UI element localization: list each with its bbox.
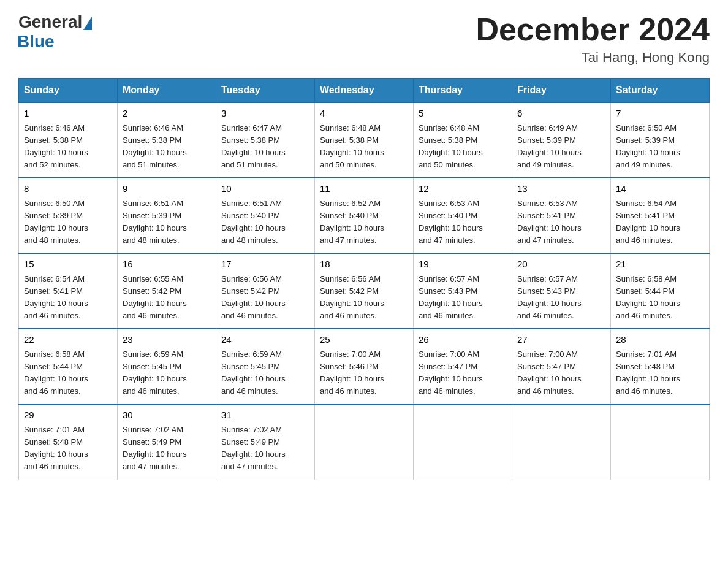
day-number: 11 bbox=[320, 182, 408, 196]
day-info: Sunrise: 6:54 AMSunset: 5:41 PMDaylight:… bbox=[24, 273, 112, 323]
logo-triangle-icon bbox=[83, 17, 92, 30]
table-row: 24Sunrise: 6:59 AMSunset: 5:45 PMDayligh… bbox=[216, 329, 315, 404]
table-row bbox=[315, 404, 414, 480]
table-row: 26Sunrise: 7:00 AMSunset: 5:47 PMDayligh… bbox=[414, 329, 512, 404]
calendar-header-friday: Friday bbox=[512, 79, 611, 103]
table-row bbox=[611, 404, 710, 480]
day-info: Sunrise: 7:02 AMSunset: 5:49 PMDaylight:… bbox=[123, 424, 211, 473]
calendar-week-row: 8Sunrise: 6:50 AMSunset: 5:39 PMDaylight… bbox=[19, 178, 710, 253]
location-title: Tai Hang, Hong Kong bbox=[476, 50, 710, 66]
table-row: 20Sunrise: 6:57 AMSunset: 5:43 PMDayligh… bbox=[512, 253, 611, 329]
day-info: Sunrise: 7:01 AMSunset: 5:48 PMDaylight:… bbox=[616, 348, 704, 398]
day-info: Sunrise: 6:54 AMSunset: 5:41 PMDaylight:… bbox=[616, 197, 704, 247]
day-info: Sunrise: 6:48 AMSunset: 5:38 PMDaylight:… bbox=[419, 122, 507, 172]
day-info: Sunrise: 6:52 AMSunset: 5:40 PMDaylight:… bbox=[320, 197, 408, 247]
day-info: Sunrise: 6:47 AMSunset: 5:38 PMDaylight:… bbox=[221, 122, 309, 172]
day-number: 22 bbox=[24, 333, 112, 347]
table-row: 31Sunrise: 7:02 AMSunset: 5:49 PMDayligh… bbox=[216, 404, 315, 480]
day-number: 20 bbox=[517, 258, 605, 272]
table-row: 16Sunrise: 6:55 AMSunset: 5:42 PMDayligh… bbox=[118, 253, 216, 329]
table-row: 13Sunrise: 6:53 AMSunset: 5:41 PMDayligh… bbox=[512, 178, 611, 253]
table-row: 18Sunrise: 6:56 AMSunset: 5:42 PMDayligh… bbox=[315, 253, 414, 329]
table-row: 1Sunrise: 6:46 AMSunset: 5:38 PMDaylight… bbox=[19, 102, 118, 178]
day-info: Sunrise: 6:56 AMSunset: 5:42 PMDaylight:… bbox=[221, 273, 309, 323]
table-row: 27Sunrise: 7:00 AMSunset: 5:47 PMDayligh… bbox=[512, 329, 611, 404]
calendar-week-row: 29Sunrise: 7:01 AMSunset: 5:48 PMDayligh… bbox=[19, 404, 710, 480]
day-info: Sunrise: 6:48 AMSunset: 5:38 PMDaylight:… bbox=[320, 122, 408, 172]
day-info: Sunrise: 6:59 AMSunset: 5:45 PMDaylight:… bbox=[123, 348, 211, 398]
day-number: 13 bbox=[517, 182, 605, 196]
day-info: Sunrise: 7:02 AMSunset: 5:49 PMDaylight:… bbox=[221, 424, 309, 473]
day-info: Sunrise: 6:50 AMSunset: 5:39 PMDaylight:… bbox=[616, 122, 704, 172]
day-number: 21 bbox=[616, 258, 704, 272]
table-row: 14Sunrise: 6:54 AMSunset: 5:41 PMDayligh… bbox=[611, 178, 710, 253]
table-row: 9Sunrise: 6:51 AMSunset: 5:39 PMDaylight… bbox=[118, 178, 216, 253]
table-row: 4Sunrise: 6:48 AMSunset: 5:38 PMDaylight… bbox=[315, 102, 414, 178]
table-row: 11Sunrise: 6:52 AMSunset: 5:40 PMDayligh… bbox=[315, 178, 414, 253]
calendar-header-thursday: Thursday bbox=[414, 79, 512, 103]
table-row: 19Sunrise: 6:57 AMSunset: 5:43 PMDayligh… bbox=[414, 253, 512, 329]
day-info: Sunrise: 6:58 AMSunset: 5:44 PMDaylight:… bbox=[24, 348, 112, 398]
calendar-header-saturday: Saturday bbox=[611, 79, 710, 103]
day-info: Sunrise: 6:58 AMSunset: 5:44 PMDaylight:… bbox=[616, 273, 704, 323]
day-number: 3 bbox=[221, 107, 309, 121]
day-info: Sunrise: 6:51 AMSunset: 5:40 PMDaylight:… bbox=[221, 197, 309, 247]
day-number: 16 bbox=[123, 258, 211, 272]
logo-general-text: General bbox=[18, 12, 82, 32]
day-number: 18 bbox=[320, 258, 408, 272]
table-row: 10Sunrise: 6:51 AMSunset: 5:40 PMDayligh… bbox=[216, 178, 315, 253]
day-info: Sunrise: 7:01 AMSunset: 5:48 PMDaylight:… bbox=[24, 424, 112, 473]
day-info: Sunrise: 6:53 AMSunset: 5:40 PMDaylight:… bbox=[419, 197, 507, 247]
day-number: 28 bbox=[616, 333, 704, 347]
day-number: 8 bbox=[24, 182, 112, 196]
day-number: 27 bbox=[517, 333, 605, 347]
day-info: Sunrise: 6:53 AMSunset: 5:41 PMDaylight:… bbox=[517, 197, 605, 247]
calendar-table: SundayMondayTuesdayWednesdayThursdayFrid… bbox=[18, 78, 710, 480]
table-row: 12Sunrise: 6:53 AMSunset: 5:40 PMDayligh… bbox=[414, 178, 512, 253]
day-info: Sunrise: 6:46 AMSunset: 5:38 PMDaylight:… bbox=[123, 122, 211, 172]
logo-blue-text: Blue bbox=[17, 32, 55, 52]
table-row: 8Sunrise: 6:50 AMSunset: 5:39 PMDaylight… bbox=[19, 178, 118, 253]
page-header: General Blue December 2024 Tai Hang, Hon… bbox=[18, 12, 710, 66]
logo: General Blue bbox=[18, 12, 92, 52]
day-number: 6 bbox=[517, 107, 605, 121]
day-number: 9 bbox=[123, 182, 211, 196]
day-number: 30 bbox=[123, 408, 211, 423]
table-row: 29Sunrise: 7:01 AMSunset: 5:48 PMDayligh… bbox=[19, 404, 118, 480]
month-title: December 2024 bbox=[476, 12, 710, 47]
calendar-week-row: 22Sunrise: 6:58 AMSunset: 5:44 PMDayligh… bbox=[19, 329, 710, 404]
table-row: 21Sunrise: 6:58 AMSunset: 5:44 PMDayligh… bbox=[611, 253, 710, 329]
day-number: 19 bbox=[419, 258, 507, 272]
day-info: Sunrise: 6:46 AMSunset: 5:38 PMDaylight:… bbox=[24, 122, 112, 172]
day-info: Sunrise: 7:00 AMSunset: 5:46 PMDaylight:… bbox=[320, 348, 408, 398]
table-row: 3Sunrise: 6:47 AMSunset: 5:38 PMDaylight… bbox=[216, 102, 315, 178]
calendar-week-row: 1Sunrise: 6:46 AMSunset: 5:38 PMDaylight… bbox=[19, 102, 710, 178]
day-number: 31 bbox=[221, 408, 309, 423]
calendar-header-monday: Monday bbox=[118, 79, 216, 103]
day-number: 4 bbox=[320, 107, 408, 121]
table-row: 17Sunrise: 6:56 AMSunset: 5:42 PMDayligh… bbox=[216, 253, 315, 329]
day-info: Sunrise: 7:00 AMSunset: 5:47 PMDaylight:… bbox=[517, 348, 605, 398]
table-row: 28Sunrise: 7:01 AMSunset: 5:48 PMDayligh… bbox=[611, 329, 710, 404]
day-number: 23 bbox=[123, 333, 211, 347]
table-row: 6Sunrise: 6:49 AMSunset: 5:39 PMDaylight… bbox=[512, 102, 611, 178]
table-row: 15Sunrise: 6:54 AMSunset: 5:41 PMDayligh… bbox=[19, 253, 118, 329]
day-number: 12 bbox=[419, 182, 507, 196]
table-row: 2Sunrise: 6:46 AMSunset: 5:38 PMDaylight… bbox=[118, 102, 216, 178]
day-info: Sunrise: 6:50 AMSunset: 5:39 PMDaylight:… bbox=[24, 197, 112, 247]
day-info: Sunrise: 6:56 AMSunset: 5:42 PMDaylight:… bbox=[320, 273, 408, 323]
day-number: 17 bbox=[221, 258, 309, 272]
day-number: 26 bbox=[419, 333, 507, 347]
day-info: Sunrise: 6:55 AMSunset: 5:42 PMDaylight:… bbox=[123, 273, 211, 323]
table-row: 25Sunrise: 7:00 AMSunset: 5:46 PMDayligh… bbox=[315, 329, 414, 404]
table-row bbox=[414, 404, 512, 480]
day-info: Sunrise: 6:57 AMSunset: 5:43 PMDaylight:… bbox=[419, 273, 507, 323]
day-info: Sunrise: 6:49 AMSunset: 5:39 PMDaylight:… bbox=[517, 122, 605, 172]
calendar-header-row: SundayMondayTuesdayWednesdayThursdayFrid… bbox=[19, 79, 710, 103]
day-number: 15 bbox=[24, 258, 112, 272]
day-number: 14 bbox=[616, 182, 704, 196]
calendar-header-tuesday: Tuesday bbox=[216, 79, 315, 103]
day-number: 7 bbox=[616, 107, 704, 121]
day-number: 1 bbox=[24, 107, 112, 121]
day-number: 10 bbox=[221, 182, 309, 196]
